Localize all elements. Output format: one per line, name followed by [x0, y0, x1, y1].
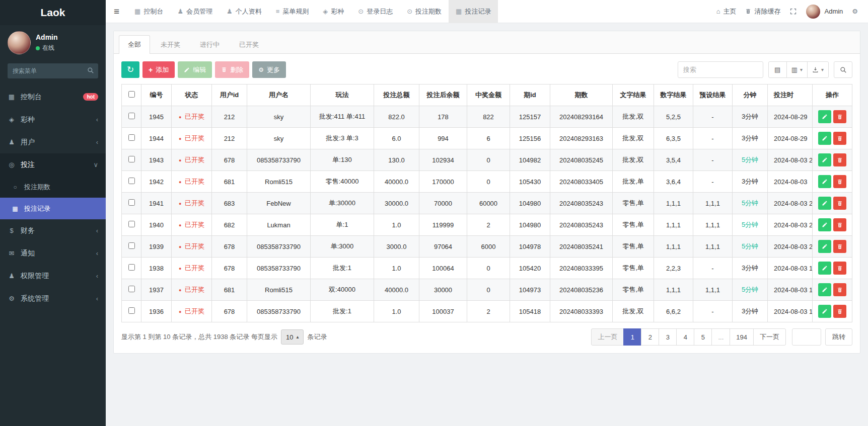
col-header-预设结果[interactable]: 预设结果 [693, 84, 733, 106]
next-page-button[interactable]: 下一页 [753, 328, 786, 346]
search-toggle-button[interactable] [834, 61, 852, 78]
edit-button[interactable]: 编辑 [178, 61, 212, 78]
row-edit-button[interactable] [818, 283, 831, 296]
hamburger-menu-button[interactable]: ≡ [106, 0, 127, 23]
topnav-item-会员管理[interactable]: ♟会员管理 [170, 0, 220, 23]
topnav-item-控制台[interactable]: ▦控制台 [127, 0, 170, 23]
page-button-1[interactable]: 1 [623, 328, 641, 346]
toggle-view-button[interactable]: ▤ [768, 61, 787, 78]
col-header-中奖金额[interactable]: 中奖金额 [467, 84, 510, 106]
columns-button[interactable]: ▥ ▾ [786, 61, 808, 78]
row-edit-button[interactable] [818, 132, 831, 145]
settings-button[interactable]: ⚙ [852, 8, 858, 15]
row-edit-button[interactable] [818, 153, 831, 166]
row-checkbox[interactable] [128, 178, 135, 184]
col-header-用户id[interactable]: 用户id [212, 84, 247, 106]
tab-进行中[interactable]: 进行中 [191, 35, 229, 54]
topnav-item-登录日志[interactable]: ⊙登录日志 [351, 0, 400, 23]
sidebar-item-通知[interactable]: ✉通知‹ [0, 242, 106, 265]
table-scroll-container[interactable]: 编号状态用户id用户名玩法投注总额投注后余额中奖金额期id期数文字结果数字结果预… [121, 84, 852, 322]
sidebar-item-权限管理[interactable]: ♟权限管理‹ [0, 265, 106, 287]
col-header-分钟[interactable]: 分钟 [733, 84, 768, 106]
row-edit-button[interactable] [818, 110, 831, 123]
page-ellipsis[interactable]: ... [711, 328, 730, 346]
table-search-input[interactable] [678, 61, 763, 78]
topnav-item-彩种[interactable]: ◈彩种 [316, 0, 351, 23]
fullscreen-button[interactable] [789, 8, 797, 15]
jump-page-input[interactable] [792, 328, 821, 346]
row-edit-button[interactable] [818, 240, 831, 253]
row-checkbox[interactable] [128, 264, 135, 271]
col-header-文字结果[interactable]: 文字结果 [613, 84, 654, 106]
more-button[interactable]: ⚙ 更多 [252, 61, 286, 78]
row-edit-button[interactable] [818, 262, 831, 275]
row-delete-button[interactable] [833, 262, 846, 275]
col-header-编号[interactable]: 编号 [141, 84, 172, 106]
sidebar-item-投注记录[interactable]: ▦投注记录 [0, 198, 106, 219]
tab-已开奖[interactable]: 已开奖 [230, 35, 268, 54]
sidebar-item-投注[interactable]: ◎投注∨ [0, 153, 106, 176]
row-checkbox[interactable] [128, 307, 135, 314]
page-size-select[interactable]: 10 ▴ [281, 329, 304, 345]
col-header-操作[interactable]: 操作 [812, 84, 852, 106]
topnav-item-投注记录[interactable]: ▦投注记录 [449, 0, 498, 23]
brand-logo[interactable]: Laok [0, 0, 106, 25]
row-delete-button[interactable] [833, 240, 846, 253]
row-checkbox[interactable] [128, 199, 135, 206]
row-delete-button[interactable] [833, 197, 846, 210]
row-delete-button[interactable] [833, 218, 846, 231]
topnav-item-投注期数[interactable]: ⊙投注期数 [400, 0, 449, 23]
add-button[interactable]: + 添加 [142, 61, 175, 78]
delete-button[interactable]: 删除 [215, 61, 249, 78]
sidebar-item-投注期数[interactable]: ○投注期数 [0, 176, 106, 198]
row-delete-button[interactable] [833, 283, 846, 296]
menu-search-input[interactable] [8, 63, 98, 78]
page-button-2[interactable]: 2 [641, 328, 659, 346]
row-delete-button[interactable] [833, 175, 846, 188]
jump-button[interactable]: 跳转 [825, 328, 852, 346]
col-header-投注后余额[interactable]: 投注后余额 [419, 84, 467, 106]
sidebar-item-彩种[interactable]: ◈彩种‹ [0, 108, 106, 131]
page-button-3[interactable]: 3 [659, 328, 677, 346]
col-header-数字结果[interactable]: 数字结果 [654, 84, 693, 106]
refresh-button[interactable]: ↻ [121, 61, 139, 78]
col-header-期数[interactable]: 期数 [550, 84, 613, 106]
row-delete-button[interactable] [833, 305, 846, 318]
row-delete-button[interactable] [833, 153, 846, 166]
row-edit-button[interactable] [818, 218, 831, 231]
avatar[interactable] [8, 31, 31, 54]
row-delete-button[interactable] [833, 132, 846, 145]
search-icon[interactable] [87, 67, 94, 74]
sidebar-item-系统管理[interactable]: ⚙系统管理‹ [0, 287, 106, 310]
home-link[interactable]: ⌂ 主页 [716, 7, 737, 16]
col-header-投注总额[interactable]: 投注总额 [374, 84, 419, 106]
topnav-item-菜单规则[interactable]: ≡菜单规则 [269, 0, 316, 23]
sidebar-item-用户[interactable]: ♟用户‹ [0, 131, 106, 153]
topnav-item-个人资料[interactable]: ♟个人资料 [220, 0, 269, 23]
row-checkbox[interactable] [128, 134, 135, 141]
col-header-状态[interactable]: 状态 [172, 84, 212, 106]
row-edit-button[interactable] [818, 305, 831, 318]
col-header-玩法[interactable]: 玩法 [311, 84, 374, 106]
page-button-4[interactable]: 4 [676, 328, 694, 346]
row-checkbox[interactable] [128, 221, 135, 227]
col-header-期id[interactable]: 期id [510, 84, 550, 106]
row-checkbox[interactable] [128, 113, 135, 119]
tab-未开奖[interactable]: 未开奖 [152, 35, 189, 54]
user-menu[interactable]: Admin [806, 5, 843, 19]
row-edit-button[interactable] [818, 197, 831, 210]
row-checkbox[interactable] [128, 242, 135, 249]
export-button[interactable]: ▾ [807, 61, 829, 78]
select-all-checkbox[interactable] [128, 91, 135, 98]
clear-cache-link[interactable]: 清除缓存 [745, 7, 780, 16]
page-button-5[interactable]: 5 [694, 328, 712, 346]
sidebar-item-控制台[interactable]: ▦控制台hot [0, 86, 106, 108]
row-checkbox[interactable] [128, 286, 135, 292]
row-edit-button[interactable] [818, 175, 831, 188]
col-header-用户名[interactable]: 用户名 [247, 84, 311, 106]
prev-page-button[interactable]: 上一页 [591, 328, 624, 346]
row-checkbox[interactable] [128, 156, 135, 162]
tab-全部[interactable]: 全部 [119, 35, 150, 54]
row-delete-button[interactable] [833, 110, 846, 123]
sidebar-item-财务[interactable]: $财务‹ [0, 219, 106, 242]
